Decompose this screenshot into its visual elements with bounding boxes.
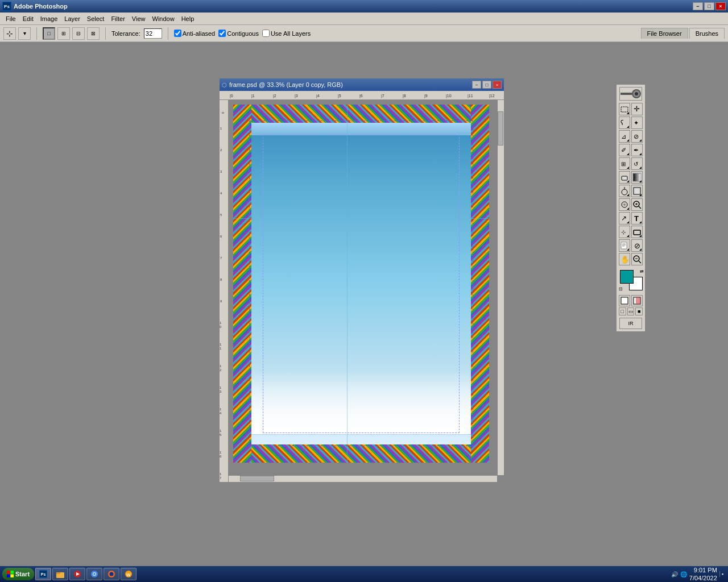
menu-filter[interactable]: Filter [107, 14, 128, 23]
screen-mode-row: □ ▭ ■ [619, 307, 643, 315]
zoom-tool[interactable] [631, 253, 643, 265]
contiguous-checkbox-label[interactable]: Contiguous [218, 30, 259, 37]
separator-3 [168, 27, 168, 40]
eyedropper-tool[interactable]: ⊘ [631, 239, 643, 252]
dodge-tool[interactable] [619, 185, 630, 197]
marquee-tool[interactable] [619, 103, 630, 115]
anti-aliased-checkbox-label[interactable]: Anti-aliased [174, 30, 215, 37]
doc-maximize-button[interactable]: □ [482, 81, 491, 89]
jump-to-imageready-btn[interactable]: IR [619, 318, 642, 329]
standard-screen-btn[interactable]: □ [619, 307, 626, 315]
foreground-color-swatch[interactable] [620, 270, 634, 284]
intersect-selection-btn[interactable]: ⊠ [87, 27, 100, 40]
path-selection-tool[interactable]: ↗ [619, 212, 630, 225]
document-canvas[interactable] [233, 105, 489, 463]
brushes-tab[interactable]: Brushes [689, 28, 725, 39]
clone-tool[interactable]: ⊞ [619, 157, 630, 170]
add-selection-btn[interactable]: ⊞ [57, 27, 70, 40]
svg-rect-82 [7, 571, 10, 574]
lasso-tool[interactable]: ʕ [619, 117, 630, 129]
menu-window[interactable]: Window [149, 14, 178, 23]
notes-tool[interactable] [619, 239, 630, 252]
svg-text:6: 6 [220, 235, 222, 238]
svg-point-92 [93, 573, 96, 575]
tolerance-input[interactable] [144, 28, 162, 39]
menu-edit[interactable]: Edit [19, 14, 37, 23]
blur-tool[interactable] [619, 198, 630, 211]
svg-text:T: T [634, 214, 639, 223]
reset-colors-icon[interactable]: ⊡ [619, 286, 623, 292]
minimize-button[interactable]: − [693, 2, 703, 10]
svg-rect-70 [621, 242, 627, 249]
taskbar-chrome-btn[interactable] [86, 568, 102, 580]
standard-mode-btn[interactable] [619, 295, 630, 306]
taskbar-explorer-btn[interactable] [52, 568, 68, 580]
tool-panel: ✛ ʕ ✦ ⊿ ⊘ [616, 84, 646, 332]
close-button[interactable]: × [715, 2, 726, 10]
vertical-scrollbar[interactable] [497, 100, 504, 475]
svg-text:1: 1 [220, 364, 222, 368]
text-tool[interactable]: T [631, 212, 643, 225]
pencil-tool[interactable]: ✒ [631, 144, 643, 156]
file-browser-tab[interactable]: File Browser [641, 28, 688, 39]
svg-text:W: W [126, 572, 131, 577]
anti-aliased-checkbox[interactable] [174, 30, 181, 37]
tray-show-desktop[interactable]: ▪ [719, 571, 723, 577]
svg-text:|9: |9 [424, 94, 428, 98]
taskbar-app5-btn[interactable]: W [121, 568, 136, 580]
use-all-layers-checkbox[interactable] [262, 30, 270, 37]
full-screen-btn[interactable]: ■ [635, 307, 643, 315]
crop-tool[interactable]: ⊿ [619, 130, 630, 143]
menu-view[interactable]: View [129, 14, 149, 23]
doc-close-button[interactable]: × [493, 81, 502, 89]
taskbar-firefox-btn[interactable] [104, 568, 119, 580]
svg-text:3: 3 [220, 390, 222, 393]
menu-image[interactable]: Image [37, 14, 61, 23]
selection-marquee-right [472, 120, 473, 447]
tool-preset-btn[interactable]: ⊹ [3, 27, 16, 40]
quick-mask-btn[interactable] [631, 295, 643, 306]
document-title: frame.psd @ 33.3% (Layer 0 copy, RGB) [229, 81, 471, 88]
start-button[interactable]: Start [2, 568, 34, 580]
contiguous-checkbox[interactable] [218, 30, 226, 37]
contiguous-label: Contiguous [227, 30, 259, 37]
maximize-button[interactable]: □ [704, 2, 714, 10]
taskbar-photoshop-btn[interactable]: Ps [35, 568, 51, 580]
smudge-tool[interactable] [631, 185, 643, 197]
pen-tool[interactable]: ⊹ [619, 226, 630, 238]
healing-brush-tool[interactable]: ✐ [619, 144, 630, 156]
use-all-layers-checkbox-label[interactable]: Use All Layers [262, 30, 311, 37]
menu-file[interactable]: File [2, 14, 19, 23]
svg-text:⊹: ⊹ [621, 229, 626, 235]
full-screen-menu-btn[interactable]: ▭ [627, 307, 635, 315]
new-selection-btn[interactable]: □ [43, 27, 55, 40]
svg-text:|8: |8 [403, 94, 406, 98]
zoom-tool-right[interactable] [631, 198, 643, 211]
slice-tool[interactable]: ⊘ [631, 130, 643, 143]
svg-text:1: 1 [220, 343, 222, 346]
taskbar-media-btn[interactable] [69, 568, 85, 580]
tool-row-7 [619, 185, 643, 197]
horizontal-scrollbar[interactable] [229, 475, 497, 482]
selection-marquee-top [249, 120, 473, 122]
hand-tool[interactable]: ✋ [619, 253, 630, 265]
history-brush-tool[interactable]: ↺ [631, 157, 643, 170]
system-tray: 🔊 🌐 9:01 PM 7/04/2022 ▪ [669, 566, 726, 582]
swap-colors-icon[interactable]: ⇄ [640, 269, 644, 274]
shape-tool[interactable] [631, 226, 643, 238]
svg-text:ʕ: ʕ [621, 119, 624, 126]
inner-white-box [251, 371, 471, 439]
menu-layer[interactable]: Layer [61, 14, 84, 23]
subtract-selection-btn[interactable]: ⊟ [72, 27, 85, 40]
inner-selection-right [459, 134, 460, 433]
eraser-tool[interactable] [619, 171, 630, 184]
magic-wand-tool[interactable]: ✦ [631, 117, 643, 129]
tray-icon-1: 🔊 [671, 571, 678, 577]
tray-icon-2: 🌐 [680, 571, 687, 577]
menu-select[interactable]: Select [84, 14, 108, 23]
doc-minimize-button[interactable]: − [472, 81, 481, 89]
move-tool[interactable]: ✛ [631, 103, 643, 115]
menu-help[interactable]: Help [178, 14, 198, 23]
tool-arrow-btn[interactable]: ▾ [18, 27, 31, 40]
gradient-tool[interactable] [631, 171, 643, 184]
